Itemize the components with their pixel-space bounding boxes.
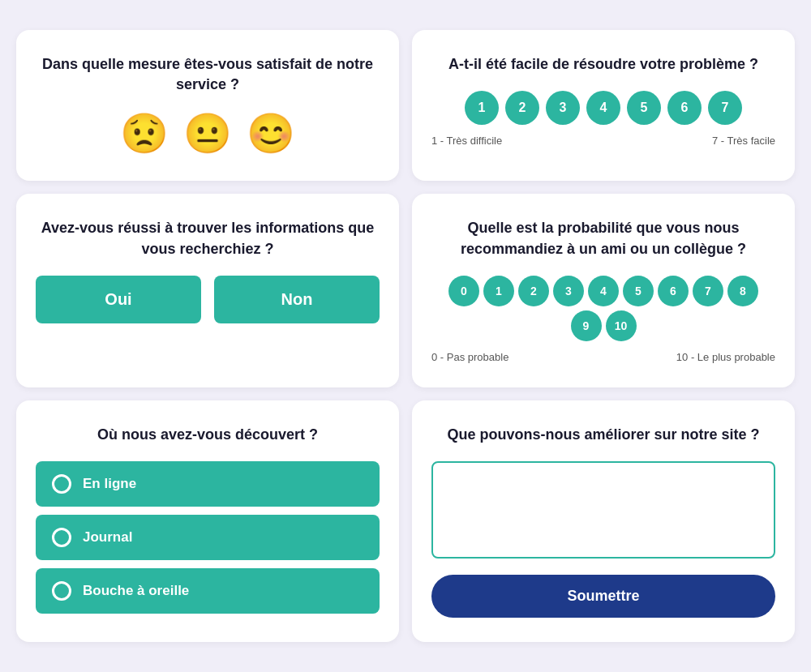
- scale-label-left: 1 - Très difficile: [431, 135, 502, 147]
- scale-btn-2[interactable]: 2: [518, 276, 549, 306]
- scale-btn-5[interactable]: 5: [623, 276, 654, 306]
- scale-btn-1[interactable]: 1: [483, 276, 514, 306]
- scale-btn-1[interactable]: 1: [465, 91, 499, 125]
- radio-circle-bouche: [52, 581, 71, 601]
- emoji-neutral[interactable]: 😐: [183, 111, 232, 156]
- radio-label-enligne: En ligne: [83, 476, 136, 492]
- emoji-happy[interactable]: 😊: [247, 111, 295, 156]
- card-improve: Que pouvons-nous améliorer sur notre sit…: [412, 400, 795, 642]
- radio-label-bouche: Bouche à oreille: [83, 583, 189, 599]
- radio-options: En ligne Journal Bouche à oreille: [36, 461, 380, 614]
- card3-title: Avez-vous réussi à trouver les informati…: [36, 218, 380, 259]
- scale-btn-4[interactable]: 4: [586, 91, 620, 125]
- radio-circle-enligne: [52, 474, 71, 494]
- yesno-row: Oui Non: [36, 276, 380, 323]
- scale-btn-10[interactable]: 10: [606, 310, 637, 341]
- btn-non[interactable]: Non: [214, 276, 380, 323]
- scale-11-labels: 0 - Pas probable 10 - Le plus probable: [431, 351, 775, 363]
- card-discovery: Où nous avez-vous découvert ? En ligne J…: [16, 400, 399, 642]
- scale-btn-0[interactable]: 0: [448, 276, 479, 306]
- scale-btn-6[interactable]: 6: [658, 276, 689, 306]
- feedback-textarea[interactable]: [431, 461, 775, 559]
- survey-container: Dans quelle mesure êtes-vous satisfait d…: [16, 30, 795, 642]
- card1-title: Dans quelle mesure êtes-vous satisfait d…: [36, 54, 380, 95]
- scale-btn-7[interactable]: 7: [693, 276, 723, 306]
- scale-7-labels: 1 - Très difficile 7 - Très facile: [431, 135, 775, 147]
- scale-btn-3[interactable]: 3: [553, 276, 584, 306]
- scale-label-right: 7 - Très facile: [712, 135, 775, 147]
- scale-btn-9[interactable]: 9: [571, 310, 602, 341]
- scale-label-left: 0 - Pas probable: [431, 351, 508, 363]
- submit-button[interactable]: Soumettre: [431, 575, 775, 618]
- scale-btn-4[interactable]: 4: [588, 276, 619, 306]
- card-found-info: Avez-vous réussi à trouver les informati…: [16, 194, 399, 387]
- card-easy-resolve: A-t-il été facile de résoudre votre prob…: [412, 30, 795, 181]
- emoji-sad[interactable]: 😟: [120, 111, 169, 156]
- radio-label-journal: Journal: [83, 529, 132, 546]
- emoji-row: 😟 😐 😊: [120, 111, 295, 156]
- card5-title: Où nous avez-vous découvert ?: [97, 425, 318, 445]
- radio-option-journal[interactable]: Journal: [36, 515, 380, 560]
- card6-title: Que pouvons-nous améliorer sur notre sit…: [447, 425, 759, 445]
- scale-label-right: 10 - Le plus probable: [676, 351, 775, 363]
- card4-title: Quelle est la probabilité que vous nous …: [431, 218, 775, 259]
- card2-title: A-t-il été facile de résoudre votre prob…: [448, 54, 758, 75]
- scale-btn-3[interactable]: 3: [546, 91, 580, 125]
- card-recommend: Quelle est la probabilité que vous nous …: [412, 194, 795, 387]
- scale-btn-8[interactable]: 8: [727, 276, 758, 306]
- scale-btn-2[interactable]: 2: [505, 91, 539, 125]
- scale-btn-6[interactable]: 6: [667, 91, 702, 125]
- scale-btn-5[interactable]: 5: [627, 91, 661, 125]
- scale-btn-7[interactable]: 7: [708, 91, 742, 125]
- radio-option-enligne[interactable]: En ligne: [36, 461, 380, 507]
- scale-7: 1 2 3 4 5 6 7: [465, 91, 742, 125]
- card-satisfaction: Dans quelle mesure êtes-vous satisfait d…: [16, 30, 399, 181]
- radio-option-bouche[interactable]: Bouche à oreille: [36, 568, 380, 614]
- scale-11: 0 1 2 3 4 5 6 7 8 9 10: [431, 276, 775, 341]
- radio-circle-journal: [52, 528, 71, 547]
- btn-oui[interactable]: Oui: [36, 276, 201, 323]
